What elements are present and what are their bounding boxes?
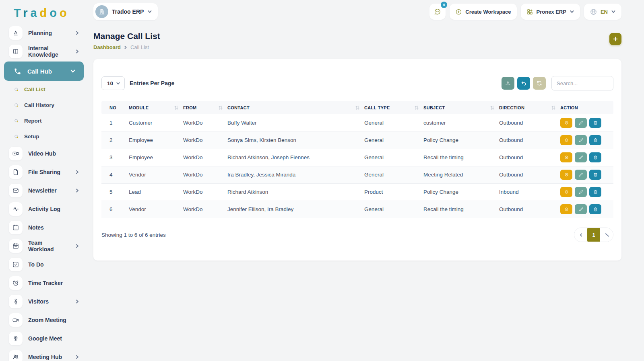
chat-icon: [433, 8, 442, 16]
sidebar-item-label: File Sharing: [28, 169, 69, 175]
view-button[interactable]: [560, 204, 572, 214]
sidebar-item-label: To Do: [28, 261, 80, 268]
sidebar-item-time-tracker[interactable]: Time Tracker: [0, 274, 88, 292]
view-icon: [564, 207, 569, 212]
view-icon: [564, 172, 569, 177]
previous-page-button[interactable]: [574, 228, 587, 242]
sidebar-item-label: Time Tracker: [28, 280, 80, 286]
cell-module: Employee: [129, 149, 183, 166]
cell-subject: Meeting Related: [423, 166, 499, 183]
chevron-down-icon: [147, 9, 152, 14]
edit-icon: [578, 172, 584, 177]
view-button[interactable]: [560, 187, 572, 197]
cell-contact: Ira Bradley, Jessica Miranda: [227, 166, 364, 183]
calendar-icon: [9, 221, 23, 234]
chevron-right-icon: [75, 355, 80, 359]
workspace-switcher[interactable]: Tradoo ERP: [93, 3, 158, 20]
view-button[interactable]: [560, 170, 572, 180]
logo-letter: o: [60, 6, 70, 19]
delete-button[interactable]: [589, 170, 601, 180]
sidebar-item-notes[interactable]: Notes: [0, 218, 88, 237]
page-title: Manage Call List: [93, 31, 160, 41]
sidebar-subitem-setup[interactable]: Setup: [0, 129, 88, 144]
edit-button[interactable]: [575, 204, 587, 214]
delete-button[interactable]: [589, 135, 601, 145]
workspace-name: Tradoo ERP: [112, 8, 144, 15]
view-button[interactable]: [560, 118, 572, 128]
column-header-call-type[interactable]: CALL TYPE: [364, 101, 423, 114]
language-label: EN: [601, 9, 608, 15]
sidebar-item-call-hub[interactable]: Call Hub: [4, 62, 84, 81]
cell-from: WorkDo: [183, 183, 227, 201]
cell-subject: Recall the timing: [423, 201, 499, 218]
edit-button[interactable]: [575, 152, 587, 162]
view-button[interactable]: [560, 135, 572, 145]
webcam-icon: [9, 332, 23, 345]
delete-icon: [593, 207, 598, 212]
edit-button[interactable]: [575, 170, 587, 180]
sidebar-item-file-sharing[interactable]: File Sharing: [0, 163, 88, 181]
edit-button[interactable]: [575, 135, 587, 145]
view-icon: [564, 189, 569, 195]
delete-button[interactable]: [589, 204, 601, 214]
column-header-subject[interactable]: SUBJECT: [423, 101, 499, 114]
sidebar-item-zoom-meeting[interactable]: Zoom Meeting: [0, 311, 88, 329]
check-square-icon: [9, 258, 23, 271]
erp-switcher-label: Pronex ERP: [537, 9, 566, 15]
column-header-direction[interactable]: DIRECTION: [499, 101, 560, 114]
view-button[interactable]: [560, 152, 572, 162]
sidebar-item-meeting-hub[interactable]: Meeting Hub: [0, 348, 88, 361]
sidebar-item-label: Activity Log: [28, 206, 80, 212]
sidebar-subitem-call-list[interactable]: Call List: [0, 82, 88, 97]
current-page-button[interactable]: 1: [587, 228, 600, 242]
add-call-button[interactable]: [609, 33, 621, 45]
sidebar-subitem-call-history[interactable]: Call History: [0, 97, 88, 113]
chevron-down-icon: [116, 81, 120, 86]
topbar: Tradoo ERP 0 Create Workspace Pronex ERP: [93, 3, 621, 20]
edit-button[interactable]: [575, 187, 587, 197]
sidebar-item-label: Google Meet: [28, 335, 80, 342]
sidebar-item-google-meet[interactable]: Google Meet: [0, 329, 88, 348]
sidebar-item-planning[interactable]: Planning: [0, 24, 88, 42]
delete-button[interactable]: [589, 187, 601, 197]
breadcrumb-dashboard[interactable]: Dashboard: [93, 44, 121, 50]
building-icon: [99, 8, 105, 15]
table-row: 2EmployeeWorkDoSonya Sims, Kirsten Benso…: [101, 131, 613, 149]
undo-button[interactable]: [517, 77, 530, 90]
export-button[interactable]: [502, 77, 514, 90]
erp-switcher[interactable]: Pronex ERP: [521, 4, 580, 20]
sort-icon: [355, 105, 359, 110]
delete-button[interactable]: [589, 118, 601, 128]
sidebar-item-label: Meeting Hub: [28, 354, 69, 360]
edit-button[interactable]: [575, 118, 587, 128]
sidebar-item-internal-knowledge[interactable]: Internal Knowledge: [0, 42, 88, 61]
create-workspace-button[interactable]: Create Workspace: [450, 4, 516, 20]
column-header-from[interactable]: FROM: [183, 101, 227, 114]
next-page-button[interactable]: [600, 228, 613, 242]
create-workspace-label: Create Workspace: [465, 9, 511, 15]
sidebar-subitem-report[interactable]: Report: [0, 113, 88, 129]
sidebar-subitem-label: Call History: [24, 102, 54, 108]
cell-module: Employee: [129, 131, 183, 149]
search-input[interactable]: [551, 76, 613, 90]
entries-per-page-select[interactable]: 10: [101, 76, 125, 90]
sidebar-item-activity-log[interactable]: Activity Log: [0, 200, 88, 218]
brand-logo[interactable]: Tradoo: [0, 0, 88, 24]
sidebar-item-newsletter[interactable]: Newsletter: [0, 181, 88, 200]
cell-module: Customer: [129, 114, 183, 131]
sidebar-item-team-workload[interactable]: Team Workload: [0, 237, 88, 255]
column-header-no: NO: [101, 101, 129, 114]
refresh-button[interactable]: [533, 77, 546, 90]
video-camera-icon: [9, 147, 23, 160]
sidebar-item-video-hub[interactable]: Video Hub: [0, 144, 88, 163]
column-header-contact[interactable]: CONTACT: [227, 101, 364, 114]
messages-button[interactable]: 0: [429, 4, 446, 20]
delete-button[interactable]: [589, 152, 601, 162]
sidebar-item-to-do[interactable]: To Do: [0, 255, 88, 274]
language-selector[interactable]: EN: [584, 4, 621, 20]
delete-icon: [593, 155, 598, 160]
cell-from: WorkDo: [183, 114, 227, 131]
cell-from: WorkDo: [183, 131, 227, 149]
sidebar-item-visitors[interactable]: Visitors: [0, 292, 88, 311]
column-header-module[interactable]: MODULE: [129, 101, 183, 114]
